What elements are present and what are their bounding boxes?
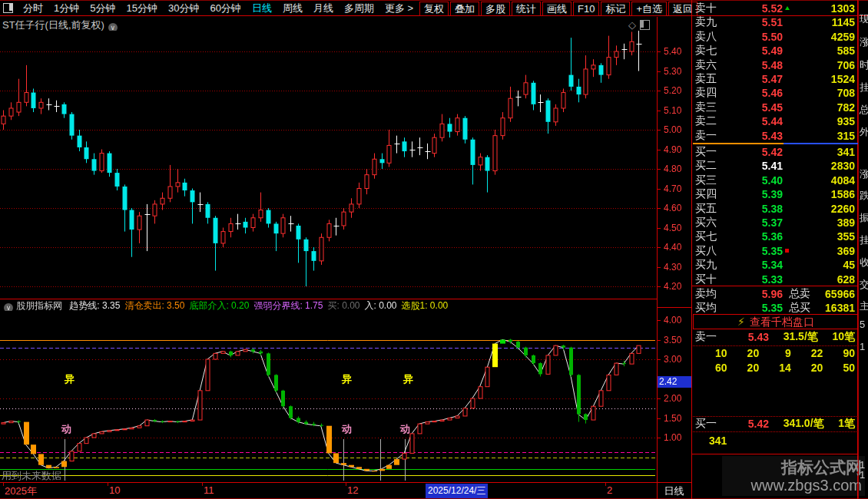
clipped-char: 总 [860,103,868,117]
menu-item-更多 >[interactable]: 更多 > [385,2,413,15]
toolbar-button-叠加[interactable]: 叠加 [450,2,479,16]
toolbar-button-F10[interactable]: F10 [573,2,599,16]
buy-level-row[interactable]: 买二5.412830 [695,159,855,173]
menu-item-30分钟[interactable]: 30分钟 [168,2,199,15]
indicator-chart[interactable] [0,310,655,482]
menu-item-15分钟[interactable]: 15分钟 [126,2,157,15]
toolbar-button-复权[interactable]: 复权 [419,2,449,16]
indicator-axis-label: 1.50 [664,413,694,424]
level-label: 买二 [695,159,735,173]
level-volume: 389 [783,216,855,229]
watermark: 指标公式网 www.zbgs3.com [722,456,865,496]
level-price: 5.52 [735,2,783,15]
sell-level-row[interactable]: 卖三5.45782 [695,101,855,114]
level-volume: 708 [783,87,855,99]
thousand-level-button[interactable]: ⚡查看千档盘口 [693,314,859,329]
level-price: 5.48 [735,59,783,71]
lv1-per-order: 31.5/笔 [769,330,832,344]
buy-level-row[interactable]: 买八5.35369 [695,244,855,258]
main-axis-label: 4.30 [664,262,694,273]
main-axis-label: 5.10 [664,105,694,116]
buy-level-row[interactable]: 买一5.42341 [695,145,855,159]
level-price: 5.41 [735,160,783,172]
menu-item-周线[interactable]: 周线 [283,2,303,15]
avg-label: 卖均 [695,287,735,301]
main-axis-label: 5.30 [664,66,694,77]
buy-level-row[interactable]: 买十5.33628 [695,273,855,286]
axis-tick [658,286,661,287]
period-indicator[interactable]: 日线 [658,484,691,498]
axis-tick [658,359,661,360]
split-window-icon[interactable] [3,3,13,13]
main-candlestick-chart[interactable] [0,31,655,299]
level-label: 买五 [695,202,735,216]
toolbar-button-多股[interactable]: 多股 [481,2,510,16]
chevron-down-icon[interactable]: ∨ [4,303,13,311]
avg-label: 买均 [695,301,735,315]
menu-item-60分钟[interactable]: 60分钟 [210,2,240,15]
axis-tick [658,438,661,438]
clipped-char: 外 [860,125,868,139]
sell-average-row: 卖均5.96总卖65966 [695,287,855,300]
level-volume: 1586 [783,188,855,200]
period-menu: 分时1分钟5分钟15分钟30分钟60分钟日线周线月线多周期更多 > [0,1,419,15]
buy-level-row[interactable]: 买六5.37389 [695,216,855,230]
level-price: 5.43 [735,130,783,142]
date-tick [605,483,606,486]
toolbar-button-+自选[interactable]: +自选 [631,2,667,16]
menu-item-多周期[interactable]: 多周期 [344,2,374,15]
level-volume: 1145 [783,16,855,28]
level-label: 卖八 [695,30,735,44]
total-volume: 16381 [810,302,855,314]
menu-item-1分钟[interactable]: 1分钟 [54,2,79,15]
total-volume: 65966 [810,288,855,300]
sell-level-row[interactable]: 卖一5.43315 [695,129,855,143]
sell-level-row[interactable]: 卖七5.49585 [695,44,855,58]
buy-queue-lot: 341 [709,435,727,447]
clipped-char: 1 [860,469,865,481]
sell-level-row[interactable]: 卖十5.521303 [695,2,855,15]
restore-window-icon[interactable] [640,20,650,30]
buy-level-row[interactable]: 买四5.391586 [695,187,855,201]
level-volume: 2260 [783,203,855,215]
queue-lot: 90 [823,347,855,359]
chart-divider-line [0,299,657,299]
toolbar-button-画线[interactable]: 画线 [542,2,571,16]
clipped-char: 现 [860,12,868,26]
level-volume: 355 [783,230,855,243]
level-label: 买一 [695,145,735,159]
buy-level-row[interactable]: 买七5.36355 [695,230,855,243]
sell-level-row[interactable]: 卖四5.46708 [695,86,855,100]
axis-tick [658,418,661,419]
lv1-count: 1笔 [838,417,855,431]
buy-level-row[interactable]: 买五5.382260 [695,202,855,216]
menu-item-分时[interactable]: 分时 [23,2,43,15]
menu-item-日线[interactable]: 日线 [252,2,272,15]
buy-level-row[interactable]: 买三5.404084 [695,173,855,187]
axis-tick [658,320,661,321]
sell-level-row[interactable]: 卖五5.471524 [695,72,855,86]
sell-level-row[interactable]: 卖九5.511145 [695,15,855,29]
level-price: 5.40 [735,174,783,187]
sell-queue-row: 102092290 [695,347,855,359]
axis-tick [658,51,661,52]
toolbar-button-统计[interactable]: 统计 [512,2,541,16]
sell1-detail-row: 卖一5.4331.5/笔10笔 [695,330,855,344]
level-volume: 341 [783,146,855,158]
sell-level-row[interactable]: 卖二5.44935 [695,114,855,128]
axis-tick [658,71,661,72]
level-price: 5.33 [735,273,783,286]
dotted-divider [693,345,858,346]
level-volume: 1303 [790,2,855,15]
axis-tick [658,189,661,190]
buy-level-row[interactable]: 买九5.3445 [695,258,855,272]
lv1-label: 卖一 [695,330,729,344]
clipped-char: 涨 [860,167,868,181]
sell-level-row[interactable]: 卖八5.504259 [695,30,855,44]
menu-item-5分钟[interactable]: 5分钟 [90,2,115,15]
toolbar-button-标记[interactable]: 标记 [601,2,630,16]
sell-level-row[interactable]: 卖六5.48706 [695,58,855,72]
level-label: 买六 [695,216,735,230]
diamond-icon[interactable]: ◇ [628,19,636,31]
menu-item-月线[interactable]: 月线 [313,2,333,15]
